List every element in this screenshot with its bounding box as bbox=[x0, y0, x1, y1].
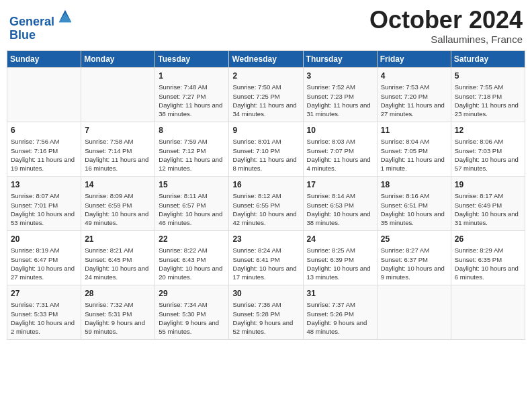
logo-line2: Blue bbox=[9, 28, 36, 42]
day-info: Sunrise: 8:17 AM Sunset: 6:49 PM Dayligh… bbox=[455, 191, 521, 227]
calendar-cell: 27Sunrise: 7:31 AM Sunset: 5:33 PM Dayli… bbox=[7, 285, 81, 339]
day-info: Sunrise: 7:31 AM Sunset: 5:33 PM Dayligh… bbox=[11, 300, 77, 336]
day-info: Sunrise: 8:04 AM Sunset: 7:05 PM Dayligh… bbox=[381, 137, 447, 173]
day-info: Sunrise: 8:12 AM Sunset: 6:55 PM Dayligh… bbox=[232, 191, 299, 227]
calendar-week: 13Sunrise: 8:07 AM Sunset: 7:01 PM Dayli… bbox=[7, 176, 525, 230]
day-number: 21 bbox=[85, 234, 151, 245]
day-info: Sunrise: 7:36 AM Sunset: 5:28 PM Dayligh… bbox=[232, 300, 299, 336]
day-info: Sunrise: 8:25 AM Sunset: 6:39 PM Dayligh… bbox=[307, 246, 373, 281]
day-number: 19 bbox=[455, 179, 521, 191]
location: Sallaumines, France bbox=[369, 34, 523, 45]
logo-icon bbox=[56, 7, 75, 26]
day-number: 8 bbox=[159, 125, 225, 136]
weekday-row: SundayMondayTuesdayWednesdayThursdayFrid… bbox=[7, 50, 525, 67]
page-header: General Blue October 2024 Sallaumines, F… bbox=[7, 7, 525, 45]
day-info: Sunrise: 8:24 AM Sunset: 6:41 PM Dayligh… bbox=[232, 246, 299, 281]
calendar-cell: 25Sunrise: 8:27 AM Sunset: 6:37 PM Dayli… bbox=[377, 230, 451, 285]
day-info: Sunrise: 8:14 AM Sunset: 6:53 PM Dayligh… bbox=[307, 191, 373, 227]
day-number: 10 bbox=[307, 125, 373, 136]
calendar-cell: 28Sunrise: 7:32 AM Sunset: 5:31 PM Dayli… bbox=[81, 285, 155, 339]
day-number: 15 bbox=[159, 179, 225, 191]
calendar-cell: 15Sunrise: 8:11 AM Sunset: 6:57 PM Dayli… bbox=[155, 176, 229, 230]
calendar-cell bbox=[451, 285, 525, 339]
weekday-header: Sunday bbox=[7, 50, 81, 67]
calendar-cell: 23Sunrise: 8:24 AM Sunset: 6:41 PM Dayli… bbox=[229, 230, 303, 285]
calendar-cell: 13Sunrise: 8:07 AM Sunset: 7:01 PM Dayli… bbox=[7, 176, 81, 230]
day-number: 14 bbox=[85, 179, 151, 191]
logo: General Blue bbox=[9, 9, 75, 42]
day-info: Sunrise: 7:58 AM Sunset: 7:14 PM Dayligh… bbox=[85, 137, 151, 173]
calendar-cell: 1Sunrise: 7:48 AM Sunset: 7:27 PM Daylig… bbox=[155, 67, 229, 122]
day-number: 16 bbox=[232, 179, 299, 191]
day-number: 12 bbox=[455, 125, 521, 136]
day-info: Sunrise: 7:55 AM Sunset: 7:18 PM Dayligh… bbox=[455, 83, 521, 118]
day-info: Sunrise: 8:03 AM Sunset: 7:07 PM Dayligh… bbox=[307, 137, 373, 173]
calendar-cell bbox=[377, 285, 451, 339]
calendar-cell: 7Sunrise: 7:58 AM Sunset: 7:14 PM Daylig… bbox=[81, 122, 155, 176]
month-title: October 2024 bbox=[369, 7, 523, 34]
calendar-cell: 30Sunrise: 7:36 AM Sunset: 5:28 PM Dayli… bbox=[229, 285, 303, 339]
day-number: 25 bbox=[381, 234, 447, 245]
day-number: 31 bbox=[307, 288, 373, 300]
calendar-cell: 6Sunrise: 7:56 AM Sunset: 7:16 PM Daylig… bbox=[7, 122, 81, 176]
day-number: 24 bbox=[307, 234, 373, 245]
day-info: Sunrise: 7:32 AM Sunset: 5:31 PM Dayligh… bbox=[85, 300, 151, 336]
day-number: 23 bbox=[232, 234, 299, 245]
calendar-week: 1Sunrise: 7:48 AM Sunset: 7:27 PM Daylig… bbox=[7, 67, 525, 122]
calendar-cell: 3Sunrise: 7:52 AM Sunset: 7:23 PM Daylig… bbox=[303, 67, 377, 122]
day-info: Sunrise: 8:27 AM Sunset: 6:37 PM Dayligh… bbox=[381, 246, 447, 281]
day-info: Sunrise: 7:34 AM Sunset: 5:30 PM Dayligh… bbox=[159, 300, 225, 336]
weekday-header: Saturday bbox=[451, 50, 525, 67]
calendar-cell: 17Sunrise: 8:14 AM Sunset: 6:53 PM Dayli… bbox=[303, 176, 377, 230]
day-number: 28 bbox=[85, 288, 151, 300]
calendar-cell: 22Sunrise: 8:22 AM Sunset: 6:43 PM Dayli… bbox=[155, 230, 229, 285]
day-info: Sunrise: 7:52 AM Sunset: 7:23 PM Dayligh… bbox=[307, 83, 373, 118]
day-number: 4 bbox=[381, 71, 447, 82]
day-info: Sunrise: 8:19 AM Sunset: 6:47 PM Dayligh… bbox=[11, 246, 77, 281]
svg-marker-1 bbox=[59, 13, 72, 22]
weekday-header: Friday bbox=[377, 50, 451, 67]
calendar-cell: 8Sunrise: 7:59 AM Sunset: 7:12 PM Daylig… bbox=[155, 122, 229, 176]
calendar-cell: 20Sunrise: 8:19 AM Sunset: 6:47 PM Dayli… bbox=[7, 230, 81, 285]
weekday-header: Tuesday bbox=[155, 50, 229, 67]
day-number: 27 bbox=[11, 288, 77, 300]
day-number: 5 bbox=[455, 71, 521, 82]
day-number: 13 bbox=[11, 179, 77, 191]
day-number: 7 bbox=[85, 125, 151, 136]
day-info: Sunrise: 8:16 AM Sunset: 6:51 PM Dayligh… bbox=[381, 191, 447, 227]
day-number: 11 bbox=[381, 125, 447, 136]
calendar-cell bbox=[7, 67, 81, 122]
calendar-cell: 9Sunrise: 8:01 AM Sunset: 7:10 PM Daylig… bbox=[229, 122, 303, 176]
calendar-cell: 5Sunrise: 7:55 AM Sunset: 7:18 PM Daylig… bbox=[451, 67, 525, 122]
day-number: 1 bbox=[159, 71, 225, 82]
calendar-cell: 19Sunrise: 8:17 AM Sunset: 6:49 PM Dayli… bbox=[451, 176, 525, 230]
calendar-cell: 21Sunrise: 8:21 AM Sunset: 6:45 PM Dayli… bbox=[81, 230, 155, 285]
day-number: 6 bbox=[11, 125, 77, 136]
calendar-cell: 29Sunrise: 7:34 AM Sunset: 5:30 PM Dayli… bbox=[155, 285, 229, 339]
day-info: Sunrise: 7:56 AM Sunset: 7:16 PM Dayligh… bbox=[11, 137, 77, 173]
day-number: 18 bbox=[381, 179, 447, 191]
calendar-cell: 10Sunrise: 8:03 AM Sunset: 7:07 PM Dayli… bbox=[303, 122, 377, 176]
calendar-cell: 12Sunrise: 8:06 AM Sunset: 7:03 PM Dayli… bbox=[451, 122, 525, 176]
day-info: Sunrise: 8:07 AM Sunset: 7:01 PM Dayligh… bbox=[11, 191, 77, 227]
day-info: Sunrise: 8:29 AM Sunset: 6:35 PM Dayligh… bbox=[455, 246, 521, 281]
weekday-header: Wednesday bbox=[229, 50, 303, 67]
day-number: 17 bbox=[307, 179, 373, 191]
day-info: Sunrise: 8:01 AM Sunset: 7:10 PM Dayligh… bbox=[232, 137, 299, 173]
title-block: October 2024 Sallaumines, France bbox=[369, 7, 523, 45]
day-info: Sunrise: 8:06 AM Sunset: 7:03 PM Dayligh… bbox=[455, 137, 521, 173]
day-number: 26 bbox=[455, 234, 521, 245]
calendar-body: 1Sunrise: 7:48 AM Sunset: 7:27 PM Daylig… bbox=[7, 67, 525, 339]
calendar-cell: 18Sunrise: 8:16 AM Sunset: 6:51 PM Dayli… bbox=[377, 176, 451, 230]
weekday-header: Thursday bbox=[303, 50, 377, 67]
calendar-cell: 4Sunrise: 7:53 AM Sunset: 7:20 PM Daylig… bbox=[377, 67, 451, 122]
logo-line1: General bbox=[9, 15, 54, 28]
day-info: Sunrise: 8:22 AM Sunset: 6:43 PM Dayligh… bbox=[159, 246, 225, 281]
day-number: 20 bbox=[11, 234, 77, 245]
day-number: 29 bbox=[159, 288, 225, 300]
day-info: Sunrise: 7:50 AM Sunset: 7:25 PM Dayligh… bbox=[232, 83, 299, 118]
calendar-table: SundayMondayTuesdayWednesdayThursdayFrid… bbox=[7, 50, 525, 340]
calendar-cell: 14Sunrise: 8:09 AM Sunset: 6:59 PM Dayli… bbox=[81, 176, 155, 230]
calendar-cell: 11Sunrise: 8:04 AM Sunset: 7:05 PM Dayli… bbox=[377, 122, 451, 176]
day-info: Sunrise: 8:11 AM Sunset: 6:57 PM Dayligh… bbox=[159, 191, 225, 227]
